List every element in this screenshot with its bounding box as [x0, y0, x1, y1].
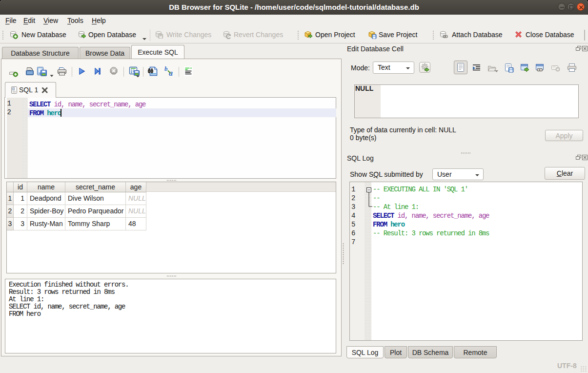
svg-text:b: b	[164, 66, 168, 72]
